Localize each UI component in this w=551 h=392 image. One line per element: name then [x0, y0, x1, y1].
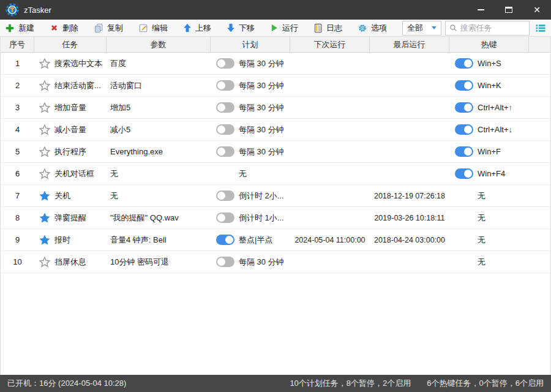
schedule-cell: 每隔 30 分钟: [211, 251, 290, 273]
row-number: 6: [1, 163, 34, 184]
task-cell: 增加音量: [34, 97, 107, 118]
table-row-6[interactable]: 6 关机对话框 无 无 Win+F4: [1, 163, 550, 185]
run-task-button[interactable]: 运行: [270, 23, 298, 34]
schedule-cell: 倒计时 1小...: [211, 207, 290, 228]
hotkey-toggle[interactable]: [455, 102, 473, 113]
hotkey-task-summary: 6个热键任务，0个暂停，6个启用: [427, 378, 544, 389]
hotkey-toggle[interactable]: [455, 124, 473, 135]
star-outline-icon[interactable]: [39, 80, 51, 92]
schedule-toggle[interactable]: [216, 102, 234, 113]
hotkey-toggle[interactable]: [455, 80, 473, 91]
move-down-button[interactable]: 下移: [227, 23, 255, 34]
task-name: 结束活动窗...: [54, 80, 101, 91]
table-row-2[interactable]: 2 结束活动窗... 活动窗口 每隔 30 分钟 Win+K: [1, 75, 550, 97]
delete-task-button[interactable]: 删除: [50, 23, 78, 34]
header-last-run[interactable]: 最后运行: [370, 37, 449, 52]
schedule-toggle[interactable]: [216, 257, 234, 267]
move-up-label: 上移: [195, 23, 211, 34]
hotkey-cell: Win+S: [449, 53, 529, 74]
star-filled-icon[interactable]: [39, 190, 51, 202]
schedule-toggle[interactable]: [216, 124, 234, 135]
move-up-button[interactable]: 上移: [183, 23, 211, 34]
delete-task-label: 删除: [62, 23, 78, 34]
schedule-toggle[interactable]: [216, 235, 234, 245]
maximize-button[interactable]: [495, 0, 523, 20]
schedule-toggle[interactable]: [216, 213, 234, 223]
table-row-3[interactable]: 3 增加音量 增加5 每隔 30 分钟 Ctrl+Alt+↑: [1, 97, 550, 119]
row-number: 2: [1, 75, 34, 96]
next-run: [290, 185, 370, 206]
close-button[interactable]: ✕: [523, 0, 551, 20]
header-number[interactable]: 序号: [1, 37, 34, 52]
last-run: [370, 75, 449, 96]
last-run: 2018-04-24 03:00:00: [370, 229, 449, 251]
toggle-knob: [217, 192, 225, 200]
hotkey-cell: Ctrl+Alt+↓: [449, 119, 529, 140]
table-row-7[interactable]: 7 关机 无 倒计时 2小... 2018-12-19 07:26:18 无: [1, 185, 550, 207]
task-name: 关机对话框: [54, 168, 94, 179]
task-cell: 关机对话框: [34, 163, 107, 184]
star-outline-icon[interactable]: [39, 146, 51, 158]
star-outline-icon[interactable]: [39, 58, 51, 70]
new-task-button[interactable]: 新建: [5, 23, 34, 34]
star-outline-icon[interactable]: [39, 102, 51, 114]
hotkey-toggle[interactable]: [455, 168, 473, 179]
schedule-cell: 每隔 30 分钟: [211, 119, 290, 140]
toggle-knob: [464, 81, 472, 89]
edit-task-label: 编辑: [152, 23, 168, 34]
toggle-knob: [464, 148, 472, 156]
task-cell: 关机: [34, 185, 107, 206]
schedule-label: 每隔 30 分钟: [239, 58, 284, 69]
hotkey-cell: 无: [449, 251, 529, 273]
next-run: [290, 75, 370, 96]
task-name: 执行程序: [54, 146, 86, 157]
task-params: 音量4 钟声: Bell: [107, 229, 211, 251]
star-outline-icon[interactable]: [39, 256, 51, 268]
options-button[interactable]: 选项: [358, 23, 387, 34]
log-button[interactable]: 日志: [313, 23, 342, 34]
schedule-label: 整点|半点: [239, 235, 272, 246]
hotkey-toggle[interactable]: [455, 146, 473, 157]
app-window: zTasker ✕ 新建 删除 复制 编辑: [0, 0, 551, 392]
hotkey-toggle[interactable]: [455, 58, 473, 69]
schedule-toggle[interactable]: [216, 58, 234, 69]
header-hotkey[interactable]: 热键: [449, 37, 529, 52]
table-row-10[interactable]: 10 挡屏休息 10分钟 密码可退 每隔 30 分钟 无: [1, 251, 550, 273]
search-input[interactable]: [460, 23, 525, 32]
task-name: 减小音量: [54, 124, 86, 135]
next-run: [290, 119, 370, 140]
table-row-5[interactable]: 5 执行程序 Everything.exe 每隔 30 分钟 Win+F: [1, 141, 550, 163]
schedule-toggle[interactable]: [216, 80, 234, 91]
edit-task-button[interactable]: 编辑: [138, 23, 168, 34]
schedule-label: 每隔 30 分钟: [239, 80, 284, 91]
task-name: 搜索选中文本: [54, 58, 102, 69]
schedule-label: 每隔 30 分钟: [239, 124, 284, 135]
minimize-button[interactable]: [467, 0, 495, 20]
table-row-4[interactable]: 4 减小音量 减小5 每隔 30 分钟 Ctrl+Alt+↓: [1, 119, 550, 141]
header-task[interactable]: 任务: [34, 37, 107, 52]
filter-dropdown[interactable]: 全部: [402, 21, 441, 36]
table-row-9[interactable]: 9 报时 音量4 钟声: Bell 整点|半点 2024-05-04 11:00…: [1, 229, 550, 251]
table-row-1[interactable]: 1 搜索选中文本 百度 每隔 30 分钟 Win+S: [1, 53, 550, 75]
last-run: 2018-12-19 07:26:18: [370, 185, 449, 206]
star-filled-icon[interactable]: [39, 234, 51, 246]
header-next-run[interactable]: 下次运行: [290, 37, 370, 52]
toggle-knob: [217, 214, 225, 222]
header-params[interactable]: 参数: [107, 37, 211, 52]
statusbar: 已开机：16分 (2024-05-04 10:28) 10个计划任务，8个暂停，…: [0, 375, 551, 392]
task-cell: 执行程序: [34, 141, 107, 162]
star-outline-icon[interactable]: [39, 124, 51, 136]
copy-task-button[interactable]: 复制: [94, 23, 123, 34]
header-schedule[interactable]: 计划: [211, 37, 290, 52]
schedule-cell: 每隔 30 分钟: [211, 53, 290, 74]
window-title: zTasker: [24, 6, 467, 15]
view-list-button[interactable]: [535, 23, 546, 33]
table-row-8[interactable]: 8 弹窗提醒 "我的提醒" QQ.wav 倒计时 1小... 2019-03-2…: [1, 207, 550, 229]
star-filled-icon[interactable]: [39, 212, 51, 224]
star-outline-icon[interactable]: [39, 168, 51, 180]
task-params: 无: [107, 163, 211, 184]
schedule-toggle[interactable]: [216, 190, 234, 201]
schedule-toggle[interactable]: [216, 146, 234, 157]
task-name: 关机: [54, 190, 70, 202]
schedule-cell: 每隔 30 分钟: [211, 97, 290, 118]
